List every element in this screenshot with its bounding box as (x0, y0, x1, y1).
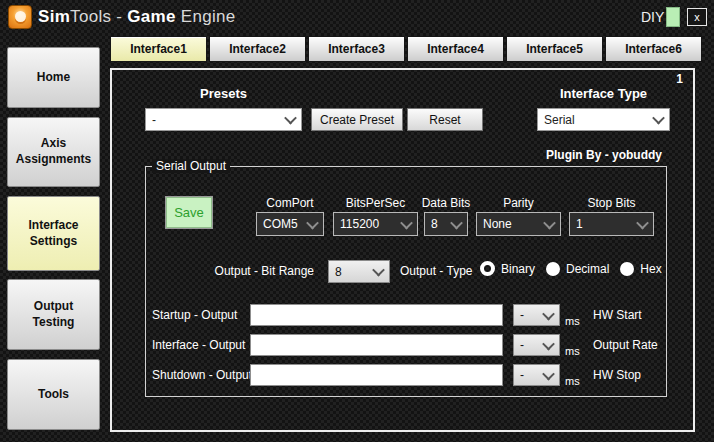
radio-option-decimal[interactable]: Decimal (546, 262, 609, 276)
serial-output-group-label: Serial Output (152, 159, 230, 173)
bit-range-select[interactable]: 8 (328, 260, 390, 283)
title-part-sim: Sim (38, 7, 70, 26)
chevron-down-icon (542, 367, 555, 380)
sidebar-item-tools[interactable]: Tools (7, 359, 100, 430)
radio-option-binary[interactable]: Binary (480, 261, 535, 276)
bitspersec-select[interactable]: 115200 (333, 212, 418, 236)
sidebar-item-output-testing[interactable]: Output Testing (7, 279, 100, 350)
stopbits-label: Stop Bits (554, 196, 669, 210)
startup-ms-select[interactable]: - (513, 304, 560, 326)
shutdown-ms-unit: ms (565, 375, 580, 387)
parity-select[interactable]: None (476, 212, 561, 236)
plugin-by-label: Plugin By - yobuddy (452, 148, 662, 162)
interface-tabs: Interface1 Interface2 Interface3 Interfa… (110, 36, 702, 62)
shutdown-output-label: Shutdown - Output (152, 368, 252, 382)
radio-hex-icon[interactable] (620, 262, 634, 276)
presets-select[interactable]: - (145, 108, 302, 131)
interface-output-label: Interface - Output (152, 338, 245, 352)
startup-ms-select-value: - (520, 308, 524, 322)
chevron-down-icon (636, 216, 649, 229)
tab-interface4[interactable]: Interface4 (407, 36, 504, 62)
sidebar-item-axis-assignments[interactable]: Axis Assignments (7, 117, 100, 187)
chevron-down-icon (543, 216, 556, 229)
comport-select[interactable]: COM5 (256, 212, 324, 236)
tab-interface5[interactable]: Interface5 (506, 36, 603, 62)
interface-output-input[interactable] (250, 334, 503, 356)
shutdown-ms-select[interactable]: - (513, 364, 560, 386)
startup-output-input[interactable] (250, 304, 503, 326)
diy-label: DIY (641, 9, 664, 25)
radio-binary-icon[interactable] (480, 261, 495, 276)
hw-stop-label: HW Stop (593, 368, 641, 382)
stopbits-select[interactable]: 1 (569, 212, 654, 236)
chevron-down-icon (652, 112, 665, 125)
chevron-down-icon (542, 307, 555, 320)
interface-type-select-value: Serial (544, 113, 575, 127)
page-number: 1 (676, 72, 683, 86)
interface-type-label: Interface Type (537, 86, 670, 101)
comport-select-value: COM5 (263, 217, 298, 231)
title-part-game: Game (127, 7, 175, 26)
shutdown-output-input[interactable] (250, 364, 503, 386)
title-part-engine: Engine (176, 7, 236, 26)
chevron-down-icon (372, 264, 385, 277)
databits-select[interactable]: 8 (424, 212, 468, 236)
output-type-radio-group: Binary Decimal Hex (480, 261, 662, 276)
presets-label: Presets (145, 86, 302, 101)
bit-range-label: Output - Bit Range (180, 264, 314, 278)
startup-ms-unit: ms (565, 315, 580, 327)
chevron-down-icon (450, 216, 463, 229)
stopbits-select-value: 1 (576, 217, 583, 231)
create-preset-button[interactable]: Create Preset (311, 108, 403, 131)
chevron-down-icon (400, 216, 413, 229)
save-button[interactable]: Save (166, 197, 212, 228)
radio-decimal-icon[interactable] (546, 262, 560, 276)
databits-select-value: 8 (431, 217, 438, 231)
shutdown-ms-select-value: - (520, 368, 524, 382)
output-type-label: Output - Type (400, 264, 473, 278)
tab-interface2[interactable]: Interface2 (209, 36, 306, 62)
chevron-down-icon (284, 112, 297, 125)
parity-select-value: None (483, 217, 512, 231)
chevron-down-icon (306, 216, 319, 229)
presets-select-value: - (152, 113, 156, 127)
radio-hex-label: Hex (640, 262, 661, 276)
sidebar-item-interface-settings[interactable]: Interface Settings (7, 196, 100, 271)
startup-output-label: Startup - Output (152, 308, 237, 322)
tab-interface3[interactable]: Interface3 (308, 36, 405, 62)
radio-option-hex[interactable]: Hex (620, 262, 661, 276)
diy-status-indicator[interactable] (666, 7, 680, 27)
window-title: SimTools - Game Engine (38, 7, 236, 27)
reset-button[interactable]: Reset (407, 108, 483, 131)
interface-ms-select[interactable]: - (513, 334, 560, 356)
tab-interface1[interactable]: Interface1 (110, 36, 207, 62)
chevron-down-icon (542, 337, 555, 350)
radio-decimal-label: Decimal (566, 262, 609, 276)
close-button[interactable]: x (687, 8, 707, 26)
tab-interface6[interactable]: Interface6 (605, 36, 702, 62)
radio-binary-label: Binary (501, 262, 535, 276)
bit-range-select-value: 8 (335, 265, 342, 279)
interface-ms-unit: ms (565, 345, 580, 357)
interface-type-select[interactable]: Serial (537, 108, 670, 131)
bitspersec-select-value: 115200 (340, 217, 379, 231)
serial-output-group: Serial Output Save ComPort COM5 BitsPerS… (145, 166, 667, 397)
main-panel: 1 Presets - Create Preset Reset Interfac… (110, 68, 695, 432)
app-logo-icon (8, 5, 32, 29)
interface-ms-select-value: - (520, 338, 524, 352)
title-part-tools: Tools - (70, 7, 127, 26)
hw-start-label: HW Start (593, 308, 642, 322)
sidebar-item-home[interactable]: Home (7, 47, 100, 108)
output-rate-label: Output Rate (593, 338, 658, 352)
